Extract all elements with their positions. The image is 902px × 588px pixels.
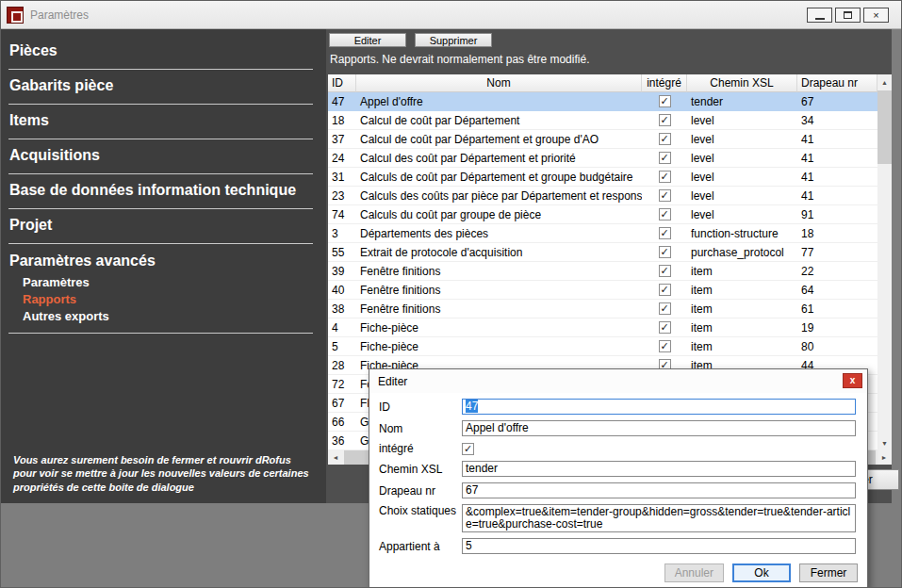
cell-chemin-xsl: level <box>687 111 797 129</box>
cell-id: 40 <box>328 281 356 299</box>
scroll-right-icon[interactable]: ► <box>877 450 892 465</box>
integre-checkbox[interactable]: ✓ <box>659 340 671 352</box>
sidebar-item-acquisitions[interactable]: Acquisitions <box>8 141 313 174</box>
cell-chemin-xsl: function-structure <box>687 224 797 242</box>
table-row[interactable]: 24Calcul des coût par Département et pri… <box>328 149 877 168</box>
table-row[interactable]: 5Fiche-pièce✓item80 <box>328 337 877 356</box>
table-row[interactable]: 55Extrait de protocole d'acquisition✓pur… <box>328 243 877 262</box>
dialog-title: Editer <box>378 375 407 388</box>
cell-integre: ✓ <box>642 168 687 186</box>
table-row[interactable]: 38Fenêtre finitions✓item61 <box>328 300 877 318</box>
annuler-button[interactable]: Annuler <box>664 564 724 582</box>
fermer-button[interactable]: Fermer <box>799 564 858 582</box>
ok-button[interactable]: Ok <box>732 564 791 582</box>
column-header-drapeau-nr[interactable]: Drapeau nr <box>797 74 877 92</box>
cell-chemin-xsl: item <box>687 300 797 318</box>
integre-checkbox[interactable]: ✓ <box>659 133 671 145</box>
column-header-nom[interactable]: Nom <box>356 74 642 92</box>
cell-nom: Calcul de coût par Département <box>356 111 642 129</box>
dialog-field-chemin-xsl: Chemin XSLtender <box>379 461 856 477</box>
field-label-id: ID <box>379 400 462 414</box>
sidebar-menu: PiècesGabarits pièceItemsAcquisitionsBas… <box>8 37 313 334</box>
cell-drapeau-nr: 41 <box>797 168 877 186</box>
sidebar-item-projet[interactable]: Projet <box>8 211 313 244</box>
table-row[interactable]: 47Appel d'offre✓tender67 <box>328 92 877 111</box>
table-row[interactable]: 3Départements des pièces✓function-struct… <box>328 224 877 243</box>
cell-chemin-xsl: item <box>687 318 797 336</box>
table-row[interactable]: 23Calculs des coûts par pièce par Départ… <box>328 187 877 205</box>
integre-checkbox[interactable]: ✓ <box>659 208 671 220</box>
close-button[interactable]: × <box>863 8 889 23</box>
sidebar-item-rapports[interactable]: Rapports <box>8 291 313 308</box>
cell-integre: ✓ <box>642 205 687 223</box>
dialog-close-button[interactable]: x <box>843 373 862 388</box>
field-input-chemin-xsl[interactable]: tender <box>462 461 856 477</box>
selected-text: 47 <box>466 400 478 413</box>
scroll-left-icon[interactable]: ◄ <box>328 450 343 465</box>
column-header-id[interactable]: ID <box>328 74 356 92</box>
table-row[interactable]: 39Fenêtre finitions✓item22 <box>328 262 877 281</box>
table-row[interactable]: 31Calculs de coût par Département et gro… <box>328 168 877 187</box>
cell-nom: Appel d'offre <box>356 92 642 110</box>
vertical-scrollbar-thumb[interactable] <box>877 90 892 164</box>
sidebar-item-items[interactable]: Items <box>8 106 313 139</box>
table-header: ID Nom intégré Chemin XSL Drapeau nr <box>328 74 877 92</box>
parametres-window: Paramètres × PiècesGabarits pièceItemsAc… <box>0 0 902 588</box>
sidebar-item-pieces[interactable]: Pièces <box>8 37 313 70</box>
maximize-button[interactable] <box>835 8 861 23</box>
sidebar-item-autres-exports[interactable]: Autres exports <box>8 308 313 325</box>
edit-button[interactable]: Editer <box>329 33 406 47</box>
field-input-appartient-a[interactable]: 5 <box>462 538 856 554</box>
integre-checkbox[interactable]: ✓ <box>659 171 671 183</box>
integre-checkbox[interactable]: ✓ <box>659 321 671 334</box>
sidebar-item-base-de-donnees-information-technique[interactable]: Base de données information technique <box>8 176 313 209</box>
cell-drapeau-nr: 22 <box>797 262 877 280</box>
integre-checkbox[interactable]: ✓ <box>659 284 671 296</box>
field-input-id[interactable]: 47 <box>462 399 856 415</box>
cell-chemin-xsl: purchase_protocol <box>687 243 797 261</box>
dialog-field-choix-statiques: Choix statiques&complex=true&item=tender… <box>379 504 856 532</box>
integre-checkbox[interactable]: ✓ <box>659 114 671 126</box>
cell-chemin-xsl: level <box>687 187 797 204</box>
sidebar-item-gabarits-piece[interactable]: Gabarits pièce <box>8 72 313 105</box>
cell-chemin-xsl: item <box>687 337 797 355</box>
integre-checkbox[interactable]: ✓ <box>659 302 671 315</box>
table-row[interactable]: 74Calculs du coût par groupe de pièce✓le… <box>328 205 877 224</box>
sidebar-item-parametres[interactable]: Paramètres <box>8 274 313 291</box>
vertical-scrollbar[interactable]: ▲ ▼ <box>877 74 892 450</box>
integre-checkbox[interactable]: ✓ <box>659 152 671 164</box>
cell-id: 28 <box>328 356 356 374</box>
maximize-icon <box>844 11 852 19</box>
table-row[interactable]: 37Calcul de coût par Département et grou… <box>328 130 877 149</box>
table-row[interactable]: 40Fenêtre finitions✓item64 <box>328 281 877 300</box>
column-header-chemin-xsl[interactable]: Chemin XSL <box>687 74 797 92</box>
edit-dialog: Editer x ID47NomAppel d'offreintégré✓Che… <box>369 368 868 588</box>
column-header-integre[interactable]: intégré <box>642 74 687 92</box>
scroll-up-icon[interactable]: ▲ <box>877 74 892 90</box>
table-row[interactable]: 4Fiche-pièce✓item19 <box>328 318 877 337</box>
cell-integre: ✓ <box>642 262 687 280</box>
minimize-button[interactable] <box>807 8 832 23</box>
dialog-fields: ID47NomAppel d'offreintégré✓Chemin XSLte… <box>369 393 867 554</box>
integre-checkbox[interactable]: ✓ <box>659 246 671 258</box>
dialog-integre-checkbox[interactable]: ✓ <box>462 443 474 455</box>
delete-button[interactable]: Supprimer <box>415 33 492 47</box>
cell-id: 36 <box>328 432 356 449</box>
scroll-down-icon[interactable]: ▼ <box>877 435 892 450</box>
table-row[interactable]: 18Calcul de coût par Département✓level34 <box>328 111 877 130</box>
sidebar-item-parametres-avances[interactable]: Paramètres avancés <box>8 246 313 274</box>
field-input-drapeau-nr[interactable]: 67 <box>462 482 856 498</box>
cell-drapeau-nr: 19 <box>797 318 877 336</box>
integre-checkbox[interactable]: ✓ <box>659 95 671 107</box>
cell-id: 37 <box>328 130 356 148</box>
field-input-nom[interactable]: Appel d'offre <box>462 420 856 436</box>
cell-chemin-xsl: level <box>687 149 797 167</box>
integre-checkbox[interactable]: ✓ <box>659 189 671 202</box>
cell-drapeau-nr: 80 <box>797 337 877 355</box>
integre-checkbox[interactable]: ✓ <box>659 227 671 239</box>
field-input-choix-statiques[interactable]: &complex=true&item=tender-group&hidden=g… <box>462 504 856 532</box>
integre-checkbox[interactable]: ✓ <box>659 265 671 277</box>
sidebar-group-advanced: Paramètres avancésParamètresRapportsAutr… <box>8 246 313 334</box>
cell-integre: ✓ <box>642 111 687 129</box>
cell-nom: Fenêtre finitions <box>356 281 642 299</box>
